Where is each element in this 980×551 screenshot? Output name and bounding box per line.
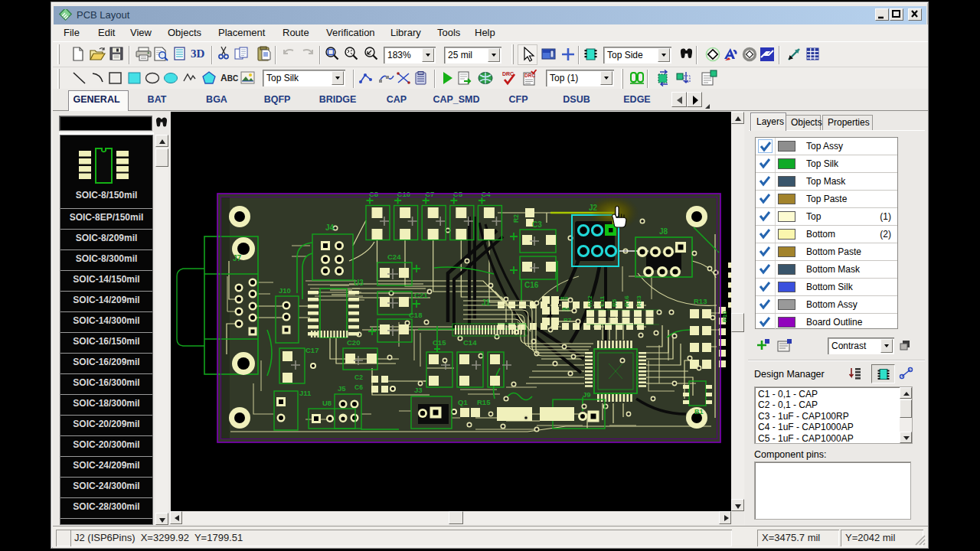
svg-text:R2: R2	[512, 214, 520, 223]
svg-text:Q1: Q1	[458, 398, 468, 406]
svg-text:C21: C21	[414, 291, 428, 299]
svg-text:U3: U3	[354, 279, 364, 287]
svg-text:B1: B1	[694, 408, 704, 416]
svg-text:J8: J8	[659, 227, 668, 236]
svg-text:J5: J5	[338, 384, 346, 393]
svg-text:R8: R8	[560, 295, 569, 302]
svg-text:R7: R7	[564, 317, 572, 324]
svg-text:C18: C18	[409, 311, 422, 319]
svg-text:R23: R23	[635, 295, 642, 307]
svg-text:J4: J4	[325, 223, 335, 232]
svg-text:R10: R10	[721, 311, 728, 322]
svg-text:C6: C6	[354, 383, 363, 391]
svg-text:C24: C24	[387, 253, 401, 261]
svg-text:U8: U8	[322, 399, 332, 407]
svg-text:C2: C2	[354, 373, 363, 381]
svg-text:J1: J1	[482, 298, 491, 307]
svg-text:C14: C14	[463, 338, 477, 347]
svg-text:C3: C3	[532, 220, 542, 229]
svg-text:J7: J7	[233, 254, 242, 262]
svg-text:J10: J10	[279, 286, 291, 295]
svg-text:R16: R16	[623, 295, 630, 307]
svg-text:R22: R22	[586, 295, 593, 307]
svg-text:J11: J11	[299, 389, 312, 397]
svg-text:C11: C11	[599, 295, 606, 307]
svg-text:R5: R5	[611, 298, 618, 307]
svg-text:C17: C17	[305, 346, 318, 354]
svg-text:J3: J3	[414, 386, 423, 394]
svg-text:C16: C16	[524, 281, 539, 289]
svg-text:R13: R13	[694, 297, 707, 305]
svg-text:C15: C15	[433, 338, 446, 347]
svg-text:J9: J9	[583, 390, 591, 399]
svg-text:R15: R15	[477, 398, 491, 406]
svg-text:R6: R6	[562, 306, 570, 313]
svg-text:C20: C20	[347, 338, 360, 347]
